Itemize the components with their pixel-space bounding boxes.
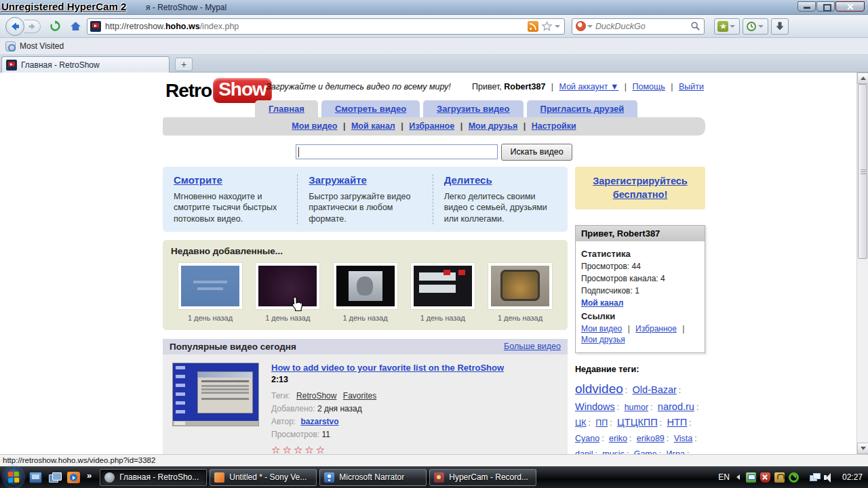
language-indicator[interactable]: EN (718, 472, 730, 482)
bookmark-star-icon[interactable] (542, 21, 552, 31)
taskbar-button-narrator[interactable]: Microsoft Narrator (319, 469, 427, 486)
rss-icon[interactable] (528, 21, 538, 32)
tag-link[interactable]: ЦК (575, 418, 587, 428)
thumbnail-image[interactable] (181, 266, 239, 306)
clock[interactable]: 02:27 (842, 472, 863, 482)
thumbnail-image[interactable] (336, 266, 395, 306)
popular-video-thumbnail[interactable] (172, 363, 259, 426)
tag-link[interactable]: eriko (609, 434, 627, 443)
tag-link[interactable]: humor (625, 403, 648, 412)
scroll-up-arrow[interactable] (857, 73, 868, 84)
most-visited-item[interactable]: Most Visited (20, 41, 64, 51)
magnifier-icon[interactable] (690, 21, 701, 31)
video-thumbnail[interactable]: 1 день назад (176, 262, 244, 322)
tag-link[interactable]: oldvideo (575, 382, 623, 396)
show-desktop-icon[interactable] (29, 472, 42, 483)
scrollbar-thumb[interactable] (858, 84, 867, 259)
subnav-my-videos[interactable]: Мои видео (292, 121, 337, 131)
history-button[interactable] (743, 18, 768, 35)
taskbar-button-hypercam[interactable]: HyperCam - Record... (429, 469, 536, 486)
tray-expand-icon[interactable] (736, 474, 740, 480)
tag-link[interactable]: ЦТЦКПП (617, 417, 658, 428)
new-tab-button[interactable]: + (175, 58, 193, 71)
update-icon[interactable] (789, 472, 799, 483)
tab-home[interactable]: Главная (255, 100, 318, 117)
subnav-my-channel[interactable]: Мой канал (351, 121, 395, 131)
search-engine-dropdown-icon[interactable] (587, 25, 593, 28)
web-search-box[interactable] (572, 18, 705, 35)
tag-link[interactable]: Game (634, 449, 657, 454)
retroshow-logo[interactable]: Retro Show (165, 78, 272, 103)
tab-invite-friends[interactable]: Пригласить друзей (527, 100, 638, 117)
thumbnail-image[interactable] (258, 266, 317, 306)
tag-link[interactable]: Windows (575, 401, 615, 412)
url-bar[interactable]: http://retroshow.hoho.ws/index.php (87, 18, 565, 35)
video-tag-link[interactable]: RetroShow (296, 391, 336, 401)
switch-windows-icon[interactable] (48, 472, 61, 483)
home-button[interactable] (66, 18, 84, 35)
url-dropdown-icon[interactable] (555, 25, 560, 28)
feature-watch-link[interactable]: Смотрите (174, 174, 222, 186)
tag-link[interactable]: Vista (674, 434, 693, 443)
popular-video-title[interactable]: How to add video to your favorite list o… (271, 363, 504, 373)
register-link[interactable]: Зарегистрируйтесь бесплатно! (593, 176, 688, 200)
volume-icon[interactable] (824, 472, 835, 483)
window-titlebar[interactable]: я - RetroShow - Mypal Unregistered Hyper… (0, 0, 868, 15)
tray-app-icon[interactable] (774, 472, 785, 483)
profile-my-friends-link[interactable]: Мои друзья (581, 335, 625, 344)
taskbar-button-vegas[interactable]: Untitled * - Sony Ve... (210, 469, 317, 486)
tag-link[interactable]: music (602, 449, 625, 454)
downloads-button[interactable] (771, 18, 789, 35)
tag-link[interactable]: narod.ru (658, 401, 694, 412)
hardware-icon[interactable] (746, 472, 756, 483)
subnav-my-friends[interactable]: Мои друзья (469, 121, 518, 131)
close-button[interactable] (835, 1, 865, 12)
thumbnail-image[interactable] (414, 266, 472, 306)
bookmarks-menu-button[interactable] (714, 18, 740, 35)
web-search-input[interactable] (594, 21, 690, 32)
start-button[interactable] (3, 467, 24, 487)
browser-tab[interactable]: Главная - RetroShow (1, 56, 170, 73)
tag-link[interactable]: Cyano (575, 434, 599, 443)
tab-watch-videos[interactable]: Смотреть видео (321, 100, 420, 117)
tag-link[interactable]: НТП (667, 417, 688, 428)
taskbar-button-browser[interactable]: Главная - RetroSho... (100, 469, 207, 486)
tag-link[interactable]: ПП (595, 418, 608, 428)
my-channel-link[interactable]: Мой канал (581, 298, 623, 308)
video-search-input[interactable] (296, 145, 497, 159)
more-videos-link[interactable]: Больше видео (504, 342, 561, 351)
tag-link[interactable]: Игра (667, 449, 685, 454)
video-thumbnail[interactable]: 1 день назад (254, 262, 321, 322)
duckduckgo-icon[interactable] (576, 21, 586, 31)
tag-link[interactable]: eriko89 (637, 434, 665, 443)
security-alert-icon[interactable] (760, 472, 770, 483)
tab-upload-video[interactable]: Загрузить видео (423, 100, 523, 117)
profile-favorites-link[interactable]: Избранное (635, 324, 677, 333)
tag-link[interactable]: danil (575, 449, 593, 454)
restore-button[interactable] (816, 1, 835, 12)
scroll-down-arrow[interactable] (857, 443, 868, 454)
profile-my-videos-link[interactable]: Мои видео (581, 324, 622, 333)
quick-launch-overflow-icon[interactable]: » (87, 470, 92, 481)
video-thumbnail[interactable]: 1 день назад (486, 262, 554, 322)
star-rating[interactable]: ☆☆☆☆☆ (271, 444, 504, 454)
logout-link[interactable]: Выйти (679, 82, 704, 92)
thumbnail-image[interactable] (491, 266, 549, 306)
network-icon[interactable] (810, 472, 820, 483)
forward-button[interactable] (24, 20, 41, 33)
url-text[interactable]: http://retroshow.hoho.ws/index.php (105, 22, 526, 31)
minimize-button[interactable] (797, 1, 816, 12)
video-thumbnail[interactable]: 1 день назад (332, 262, 399, 322)
tag-link[interactable]: Old-Bazar (633, 384, 677, 395)
video-tag-link[interactable]: Favorites (343, 391, 376, 401)
help-link[interactable]: Помощь (632, 82, 665, 92)
author-link[interactable]: bazarstvo (301, 417, 339, 426)
video-search-button[interactable]: Искать видео (501, 144, 572, 161)
feature-share-link[interactable]: Делитесь (444, 174, 492, 186)
media-player-icon[interactable] (67, 472, 80, 483)
subnav-favorites[interactable]: Избранное (409, 121, 454, 131)
feature-upload-link[interactable]: Загружайте (309, 174, 367, 186)
page-scrollbar[interactable] (856, 73, 868, 454)
account-menu-link[interactable]: Мой аккаунт ▼ (559, 82, 619, 92)
subnav-settings[interactable]: Настройки (532, 121, 576, 131)
